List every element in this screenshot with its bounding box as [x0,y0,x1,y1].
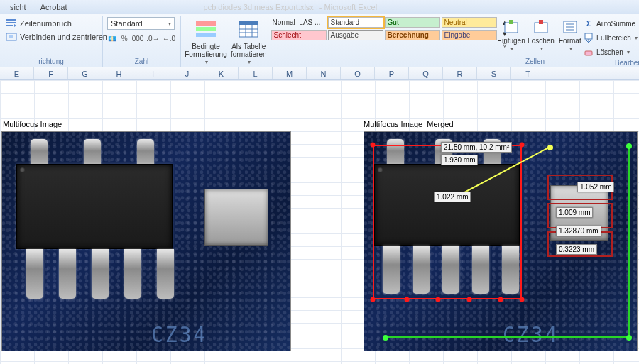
chip-pin [59,249,76,299]
column-header[interactable]: Q [409,67,443,79]
number-format-value: Standard [111,19,143,28]
column-headers: EFGHIJKLMNOPQRST [0,67,639,80]
decrease-decimal-button[interactable]: ←.0 [162,32,176,45]
group-styles: Bedingte Formatierung▾ Als Tabelle forma… [181,16,493,67]
fill-button[interactable]: Füllbereich ▾ [581,31,639,44]
wrap-text-label: Zeilenumbruch [20,19,72,28]
cells-grid[interactable]: Multifocus Image Multifocus Image_Merged… [0,80,639,364]
autosum-button[interactable]: Σ AutoSumme ▾ [581,17,639,30]
insert-cells-icon [503,18,520,35]
style-standard[interactable]: Standard [328,17,383,28]
column-header[interactable]: N [307,67,341,79]
worksheet[interactable]: EFGHIJKLMNOPQRST Multifocus Image Multif… [0,67,639,364]
measure-node [405,297,410,302]
embedded-image-multifocus-merged[interactable]: CZ34 [364,131,638,351]
style-neutral[interactable]: Neutral [442,17,497,28]
measure-label-r1: 1.009 mm [556,207,593,218]
style-berechnung[interactable]: Berechnung [385,30,440,40]
chevron-down-icon: ▾ [205,58,208,66]
style-normal-las[interactable]: Normal_LAS ... [271,17,327,28]
insert-cells-button[interactable]: Einfügen▾ [498,17,525,53]
merge-center-button[interactable]: Verbinden und zentrieren ▾ [4,31,116,43]
fill-label: Füllbereich [596,34,631,42]
accounting-format-button[interactable]: 💶 [107,32,118,45]
measure-label-rtop: 1.052 mm [577,182,614,192]
clear-button[interactable]: Löschen ▾ [581,45,639,58]
group-alignment: Zeilenumbruch Verbinden und zentrieren ▾… [0,16,103,67]
measure-node [371,143,376,148]
format-cells-icon [562,18,579,35]
window-appname: - Microsoft Excel [320,3,377,11]
ribbon-tab-view[interactable]: sicht [4,2,32,12]
comma-format-button[interactable]: 000 [131,32,145,45]
style-ausgabe[interactable]: Ausgabe [328,30,383,40]
smd-component [204,189,268,246]
column-header[interactable]: I [136,67,170,79]
fill-down-icon [583,32,594,43]
column-header[interactable]: H [102,67,136,79]
column-header[interactable]: G [68,67,102,79]
svg-rect-4 [196,21,216,26]
conditional-formatting-button[interactable]: Bedingte Formatierung▾ [185,17,226,66]
measure-label-diag: 1.022 mm [434,192,471,202]
measure-line-green [628,146,630,338]
measure-node-green [383,335,388,341]
style-eingabe[interactable]: Eingabe [442,30,497,40]
group-cells-label: Zellen [498,57,572,67]
measure-node [371,297,376,302]
measure-node-green [626,143,632,149]
wrap-text-button[interactable]: Zeilenumbruch [4,17,116,30]
measure-line-green [386,336,630,338]
pin1-dot [20,167,25,172]
ribbon-tab-acrobat[interactable]: Acrobat [35,2,73,12]
column-header[interactable]: M [273,67,307,79]
chevron-down-icon: ▾ [510,45,513,53]
ic-chip [16,164,173,249]
column-header[interactable]: F [34,67,68,79]
column-header[interactable]: R [443,67,477,79]
delete-cells-icon [532,18,550,35]
style-gut[interactable]: Gut [385,17,440,28]
percent-format-button[interactable]: % [119,32,130,45]
svg-rect-14 [509,20,513,24]
insert-cells-label: Einfügen [497,37,525,45]
merge-center-label: Verbinden und zentrieren [20,33,107,41]
column-header[interactable]: T [511,67,545,79]
group-number: Standard ▾ 💶 % 000 .0→ ←.0 Zahl [103,16,181,67]
title-bar: sicht Acrobat pcb diodes 3d meas Export.… [0,0,639,14]
format-as-table-button[interactable]: Als Tabelle formatieren▾ [229,17,268,66]
svg-rect-13 [505,23,518,33]
svg-rect-3 [9,35,13,38]
percent-icon: % [121,35,128,43]
increase-decimal-button[interactable]: .0→ [146,32,160,45]
conditional-formatting-icon [195,18,217,41]
column-header[interactable]: E [0,67,34,79]
svg-rect-5 [196,27,216,31]
measure-node [467,297,472,302]
svg-rect-15 [535,23,547,33]
style-schlecht[interactable]: Schlecht [271,30,327,40]
format-as-table-label: Als Tabelle formatieren [231,43,267,58]
column-header[interactable]: K [204,67,239,79]
autosum-label: AutoSumme [596,20,635,28]
embedded-image-multifocus[interactable]: CZ34 [1,131,291,351]
increase-decimal-icon: .0→ [146,35,159,43]
ribbon: Zeilenumbruch Verbinden und zentrieren ▾… [0,14,639,67]
column-header[interactable]: P [375,67,409,79]
currency-icon: 💶 [108,35,116,43]
column-header[interactable]: O [341,67,375,79]
delete-cells-button[interactable]: Löschen▾ [528,17,555,53]
number-format-combo[interactable]: Standard ▾ [107,17,175,30]
measure-node [436,297,441,302]
chip-pin [92,249,109,299]
pcb-silkscreen-text: CZ34 [151,321,207,347]
conditional-formatting-label: Bedingte Formatierung [185,43,226,58]
column-header[interactable]: S [477,67,511,79]
column-header[interactable]: J [170,67,204,79]
chevron-down-icon: ▾ [635,35,638,41]
svg-rect-1 [6,22,16,23]
column-header[interactable]: L [239,67,273,79]
annotation-overlay: 21.50 mm, 10.2 mm² 1.930 mm 1.022 mm 1.0… [364,132,637,351]
eraser-icon [583,46,594,57]
format-as-table-icon [237,18,260,41]
